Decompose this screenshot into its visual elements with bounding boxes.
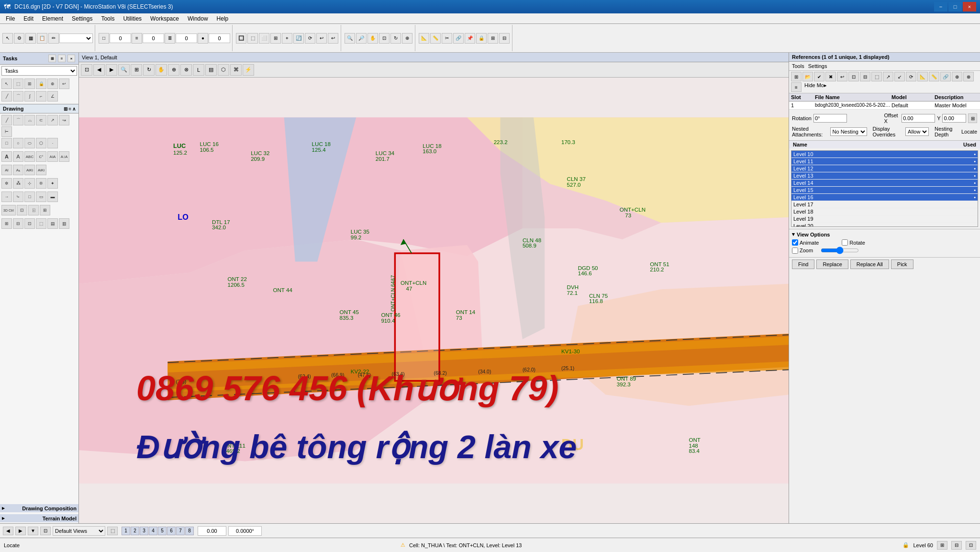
3d-tool-1[interactable]: 3D Ctrl	[1, 205, 16, 215]
ref-tb-14[interactable]: 🔗	[940, 72, 951, 81]
vp-pan-btn[interactable]: ✋	[156, 64, 167, 76]
draw-c4[interactable]: ↝	[59, 115, 69, 125]
page-2[interactable]: 2	[131, 527, 139, 535]
draw-line[interactable]: ╱	[1, 115, 12, 125]
tasks-close-btn[interactable]: ×	[67, 55, 75, 62]
vp-extra1[interactable]: ⌘	[230, 64, 242, 76]
level-row-10[interactable]: Level 10 •	[791, 151, 978, 158]
misc-btn-5[interactable]: 📌	[465, 33, 475, 44]
vp-prev-btn[interactable]: ◀	[93, 64, 105, 76]
tasks-list-btn[interactable]: ≡	[58, 55, 66, 62]
shape-input-1[interactable]	[110, 34, 131, 43]
3d-tool-4[interactable]: ⊞	[40, 205, 50, 215]
ref-tb-15[interactable]: ⊕	[952, 72, 962, 81]
level-row-19[interactable]: Level 19	[791, 215, 978, 223]
shape-input-2[interactable]	[143, 34, 164, 43]
page-8[interactable]: 8	[185, 527, 194, 535]
zoom-in-btn[interactable]: 🔍	[345, 33, 355, 44]
ref-tb-13[interactable]: 📏	[929, 72, 939, 81]
page-6[interactable]: 6	[167, 527, 176, 535]
draw-c3[interactable]: ↗	[47, 115, 58, 125]
animate-checkbox[interactable]	[792, 239, 798, 246]
view-btn-4[interactable]: ⊞	[270, 33, 281, 44]
arrow-tool-2[interactable]: ⤷	[13, 192, 23, 202]
ref-tb-10[interactable]: ↙	[894, 72, 905, 81]
level-row-18[interactable]: Level 18	[791, 208, 978, 215]
pan-btn[interactable]: ✋	[368, 33, 378, 44]
text-tool-2[interactable]: A	[13, 151, 23, 162]
level-row-12[interactable]: Level 12 •	[791, 165, 978, 172]
drawing-composition-header[interactable]: ▸ Drawing Composition	[0, 504, 78, 512]
draw-arc[interactable]: ⌒	[13, 115, 23, 125]
ref-menu-settings[interactable]: Settings	[808, 63, 827, 69]
view-btn-9[interactable]: ↩	[328, 33, 338, 44]
ref-tool-2[interactable]: ▭	[36, 192, 46, 202]
ref-tb-5[interactable]: ↩	[837, 72, 847, 81]
angle-tool[interactable]: ∠	[47, 91, 58, 101]
dim-tool-3[interactable]: AI	[1, 165, 12, 175]
zoom-checkbox[interactable]	[792, 248, 798, 254]
view-btn-6[interactable]: 🔄	[293, 33, 304, 44]
grid-tool-5[interactable]: ▤	[47, 218, 58, 229]
hide-more-btn[interactable]: Hide Mo▸	[804, 82, 827, 92]
tb-btn-2[interactable]: ⚙	[14, 33, 24, 44]
misc-btn-6[interactable]: 🔒	[476, 33, 487, 44]
ref-tb-17[interactable]: ≡	[791, 82, 802, 92]
group-tool[interactable]: ⊞	[24, 79, 35, 89]
draw-circle[interactable]: ○	[13, 138, 23, 148]
undo-tool[interactable]: ↩	[59, 79, 69, 89]
tasks-dropdown[interactable]: Tasks	[1, 66, 77, 76]
page-4[interactable]: 4	[149, 527, 157, 535]
status-btn-1[interactable]: ⊞	[937, 541, 947, 550]
vp-next-btn[interactable]: ▶	[106, 64, 117, 76]
display-overrides-dropdown[interactable]: Allow	[905, 127, 929, 136]
coords-btn[interactable]: ⊞	[968, 113, 977, 123]
offset-x-input[interactable]: 0.00	[902, 114, 935, 123]
ref-tb-16[interactable]: ⊗	[963, 72, 974, 81]
level-row-11[interactable]: Level 11 •	[791, 158, 978, 165]
arc-tool[interactable]: ⌒	[13, 91, 23, 101]
menu-window[interactable]: Window	[184, 14, 212, 23]
grid-tool-4[interactable]: ⬚	[36, 218, 46, 229]
ref-tb-6[interactable]: ⊡	[848, 72, 859, 81]
shape-input-3[interactable]	[176, 34, 197, 43]
dim-tool-5[interactable]: AiKi	[24, 165, 35, 175]
grid-tool-3[interactable]: ⊡	[24, 218, 35, 229]
coord-input-1[interactable]	[198, 526, 226, 536]
grid-tool-1[interactable]: ⊞	[1, 218, 12, 229]
tasks-grid-btn[interactable]: ⊞	[48, 55, 56, 62]
ref-tb-8[interactable]: ⬚	[871, 72, 882, 81]
3d-tool-2[interactable]: ⊡	[17, 205, 27, 215]
ref-tool-3[interactable]: ▬	[47, 192, 58, 202]
draw-c5[interactable]: ⊢	[1, 126, 12, 137]
vp-window-btn[interactable]: ⊞	[131, 64, 142, 76]
pattern-tool-5[interactable]: ✦	[47, 178, 58, 189]
level-row-17[interactable]: Level 17	[791, 201, 978, 208]
shape-btn-2[interactable]: ≡	[132, 33, 142, 44]
line-tool[interactable]: ╱	[1, 91, 12, 101]
tb-btn-3[interactable]: ▦	[25, 33, 36, 44]
view-btn-7[interactable]: ⟳	[305, 33, 315, 44]
view-options-expand[interactable]: ▾	[792, 231, 795, 237]
level-row-20[interactable]: Level 20	[791, 223, 978, 227]
ref-tb-7[interactable]: ⊟	[860, 72, 870, 81]
select-tool[interactable]: ↖	[1, 79, 12, 89]
misc-btn-4[interactable]: 🔗	[453, 33, 464, 44]
ref-tb-1[interactable]: ⊞	[791, 72, 802, 81]
rotation-input[interactable]: 0°	[813, 114, 847, 123]
vp-lvl2[interactable]: ▤	[205, 64, 217, 76]
pattern-tool[interactable]: ✲	[1, 178, 12, 189]
pointer-btn[interactable]: ↖	[2, 33, 13, 44]
draw-poly[interactable]: ⬡	[36, 138, 46, 148]
level-row-14[interactable]: Level 14 •	[791, 180, 978, 187]
menu-help[interactable]: Help	[213, 14, 233, 23]
ref-tb-11[interactable]: ⟳	[906, 72, 916, 81]
vp-snap2[interactable]: ⊗	[180, 64, 192, 76]
poly-tool[interactable]: ⌐	[36, 91, 46, 101]
drawing-section-header[interactable]: Drawing ⊞ ≡ ∧	[0, 104, 78, 113]
view-btn-8[interactable]: ↩	[316, 33, 327, 44]
nav-down[interactable]: ▼	[28, 527, 38, 535]
ref-tool[interactable]: □	[24, 192, 35, 202]
misc-btn-8[interactable]: ⊟	[499, 33, 510, 44]
nested-dropdown[interactable]: No Nesting	[830, 127, 867, 136]
